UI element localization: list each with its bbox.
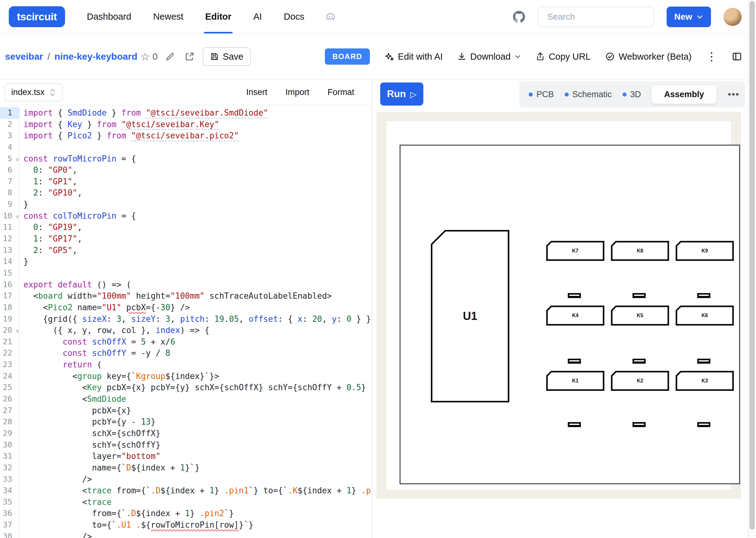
rename-pencil-icon[interactable] (165, 52, 175, 62)
code-line[interactable]: 2: "GP10", (24, 187, 372, 199)
file-selector[interactable]: index.tsx (4, 83, 63, 102)
component-key-k6[interactable]: K6 (676, 305, 734, 326)
code-line[interactable]: /> (24, 474, 372, 485)
download-button[interactable]: Download (457, 52, 521, 62)
line-number[interactable]: 30 (0, 439, 19, 451)
component-key-k5[interactable]: K5 (611, 305, 669, 326)
line-number[interactable]: 27 (0, 405, 19, 416)
editor-menu-format[interactable]: Format (327, 87, 354, 97)
line-number[interactable]: 13 (0, 244, 19, 256)
nav-link-docs[interactable]: Docs (284, 0, 305, 33)
component-key-k1[interactable]: K1 (546, 371, 604, 391)
code-line[interactable]: pcbX={x} (24, 405, 372, 416)
webworker-button[interactable]: Webworker (Beta) (605, 52, 692, 62)
line-number[interactable]: 32 (0, 462, 19, 474)
component-u1[interactable]: U1 (431, 230, 509, 403)
code-line[interactable]: name={`D${index + 1}`} (24, 462, 372, 474)
line-number[interactable]: 11 (0, 222, 19, 233)
code-line[interactable]: <trace from={`.D${index + 1} .pin1`} to=… (24, 485, 372, 497)
code-line[interactable]: export default () => ( (24, 279, 372, 291)
board-badge[interactable]: BOARD (325, 48, 370, 65)
fold-chevron-icon[interactable]: ∨ (16, 325, 19, 337)
line-number[interactable]: 28 (0, 416, 19, 428)
code-line[interactable] (24, 267, 372, 279)
breadcrumb-project[interactable]: nine-key-keyboard (54, 51, 137, 62)
breadcrumb-owner[interactable]: seveibar (5, 51, 43, 62)
code-line[interactable]: return ( (24, 359, 372, 371)
code-line[interactable]: import { Pico2 } from "@tsci/seveibar.pi… (24, 130, 372, 141)
code-line[interactable]: schY={schOffY} (24, 439, 372, 451)
code-line[interactable]: <board width="100mm" height="100mm" schT… (24, 290, 372, 302)
line-number[interactable]: 20∨ (0, 325, 19, 336)
scrollbar-thumb[interactable] (749, 1, 755, 530)
code-line[interactable]: pcbY={y - 13} (24, 416, 372, 428)
component-diode[interactable] (568, 359, 581, 364)
code-area[interactable]: 12345∨678910∨11121314151617181920∨212223… (0, 105, 372, 538)
code-line[interactable]: const colToMicroPin = { (24, 210, 372, 222)
tabs-overflow-icon[interactable]: ••• (728, 89, 740, 100)
new-button[interactable]: New (667, 7, 711, 27)
line-number[interactable]: 1 (0, 107, 19, 119)
page-scrollbar[interactable] (748, 0, 756, 538)
code-line[interactable]: 1: "GP1", (24, 176, 372, 188)
code-line[interactable]: ({ x, y, row, col }, index) => { (24, 325, 372, 336)
toggle-panel-icon[interactable] (731, 51, 742, 62)
line-number[interactable]: 10∨ (0, 210, 19, 222)
nav-link-editor[interactable]: Editor (205, 0, 231, 33)
component-diode[interactable] (568, 293, 581, 298)
code-line[interactable]: <trace (24, 497, 372, 508)
code-line[interactable]: <Key pcbX={x} pcbY={y} schX={schOffX} sc… (24, 382, 372, 393)
more-options-icon[interactable]: ⋮ (706, 50, 717, 63)
code-line[interactable]: to={`.U1 .${rowToMicroPin[row]}`} (24, 519, 372, 531)
code-line[interactable]: layer="bottom" (24, 451, 372, 462)
tab-schematic[interactable]: Schematic (565, 90, 612, 99)
code-line[interactable]: const rowToMicroPin = { (24, 153, 372, 165)
component-key-k2[interactable]: K2 (611, 371, 669, 391)
code-line[interactable]: from={`.D${index + 1} .pin2`} (24, 508, 372, 519)
code-line[interactable]: import { SmdDiode } from "@tsci/seveibar… (24, 107, 372, 119)
component-diode[interactable] (697, 422, 710, 427)
github-icon[interactable] (513, 11, 525, 23)
fold-chevron-icon[interactable]: ∨ (16, 211, 19, 222)
tscircuit-logo[interactable]: tscircuit (9, 6, 65, 27)
line-number[interactable]: 29 (0, 428, 19, 439)
line-number[interactable]: 36 (0, 508, 19, 519)
line-number[interactable]: 22 (0, 348, 19, 359)
line-number[interactable]: 17 (0, 290, 19, 302)
code-line[interactable]: 0: "GP19", (24, 222, 372, 233)
component-key-k8[interactable]: K8 (611, 241, 669, 261)
nav-link-dashboard[interactable]: Dashboard (87, 0, 131, 33)
code-line[interactable] (24, 141, 372, 153)
tab-assembly[interactable]: Assembly (652, 85, 717, 104)
component-key-k4[interactable]: K4 (546, 305, 604, 326)
editor-menu-insert[interactable]: Insert (246, 87, 267, 97)
code-line[interactable]: 2: "GP5", (24, 244, 372, 256)
code-line[interactable]: <SmdDiode (24, 393, 372, 405)
line-number[interactable]: 25 (0, 382, 19, 393)
line-number[interactable]: 24 (0, 371, 19, 382)
line-number[interactable]: 9 (0, 199, 19, 210)
discord-icon[interactable] (325, 12, 336, 22)
code-line[interactable]: {grid({ sizeX: 3, sizeY: 3, pitch: 19.05… (24, 313, 372, 325)
line-number[interactable]: 8 (0, 187, 19, 199)
component-key-k7[interactable]: K7 (546, 241, 604, 261)
code-line[interactable]: <group key={`Kgroup${index}`}> (24, 371, 372, 382)
code-line[interactable]: const schOffY = -y / 8 (24, 348, 372, 359)
share-icon[interactable] (185, 52, 195, 62)
line-number[interactable]: 38 (0, 531, 19, 538)
component-key-k9[interactable]: K9 (676, 241, 734, 261)
assembly-canvas[interactable]: U1K7K8K9K4K5K6K1K2K3 (377, 112, 741, 499)
code-line[interactable]: schX={schOffX} (24, 428, 372, 439)
line-number[interactable]: 34 (0, 485, 19, 497)
component-key-k3[interactable]: K3 (676, 371, 734, 391)
line-number[interactable]: 2 (0, 119, 19, 130)
component-diode[interactable] (697, 359, 710, 364)
search-input[interactable] (538, 7, 654, 27)
tab-3d[interactable]: 3D (622, 90, 641, 99)
star-widget[interactable]: ☆ 0 (141, 50, 157, 63)
line-number[interactable]: 5∨ (0, 153, 19, 165)
line-number[interactable]: 35 (0, 497, 19, 508)
nav-link-newest[interactable]: Newest (153, 0, 184, 33)
code-line[interactable]: const schOffX = 5 + x/6 (24, 336, 372, 348)
copy-url-button[interactable]: Copy URL (536, 52, 591, 62)
